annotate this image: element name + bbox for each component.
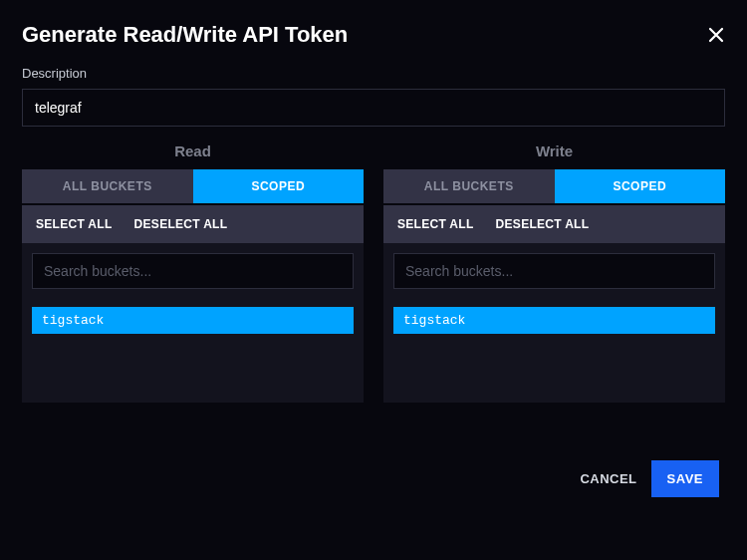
read-deselect-all-button[interactable]: DESELECT ALL [134, 217, 228, 231]
write-select-row: SELECT ALL DESELECT ALL [383, 205, 725, 243]
write-bucket-list-body: tigstack [383, 243, 725, 403]
write-select-all-button[interactable]: SELECT ALL [397, 217, 474, 231]
close-icon [707, 26, 725, 44]
read-select-row: SELECT ALL DESELECT ALL [22, 205, 364, 243]
write-panel-title: Write [383, 142, 725, 159]
read-panel: Read ALL BUCKETS SCOPED SELECT ALL DESEL… [22, 142, 364, 403]
read-scope-toggle: ALL BUCKETS SCOPED [22, 169, 364, 203]
write-scoped-toggle[interactable]: SCOPED [555, 169, 726, 203]
permission-panels: Read ALL BUCKETS SCOPED SELECT ALL DESEL… [22, 142, 725, 403]
write-panel: Write ALL BUCKETS SCOPED SELECT ALL DESE… [383, 142, 725, 403]
description-input[interactable] [22, 89, 725, 127]
bucket-item[interactable]: tigstack [32, 307, 354, 334]
dialog-title: Generate Read/Write API Token [22, 22, 348, 48]
bucket-item[interactable]: tigstack [393, 307, 715, 334]
write-deselect-all-button[interactable]: DESELECT ALL [496, 217, 590, 231]
write-scope-toggle: ALL BUCKETS SCOPED [383, 169, 725, 203]
read-bucket-list-body: tigstack [22, 243, 364, 403]
read-panel-title: Read [22, 142, 364, 159]
dialog-header: Generate Read/Write API Token [22, 22, 725, 48]
read-search-input[interactable] [32, 253, 354, 289]
cancel-button[interactable]: CANCEL [580, 471, 636, 486]
write-all-buckets-toggle[interactable]: ALL BUCKETS [383, 169, 555, 203]
dialog-footer: CANCEL SAVE [22, 460, 725, 497]
read-scoped-toggle[interactable]: SCOPED [193, 169, 365, 203]
read-all-buckets-toggle[interactable]: ALL BUCKETS [22, 169, 193, 203]
save-button[interactable]: SAVE [651, 460, 719, 497]
close-button[interactable] [707, 26, 725, 44]
write-search-input[interactable] [393, 253, 715, 289]
description-label: Description [22, 66, 725, 81]
generate-token-dialog: Generate Read/Write API Token Descriptio… [0, 0, 747, 519]
read-select-all-button[interactable]: SELECT ALL [36, 217, 113, 231]
